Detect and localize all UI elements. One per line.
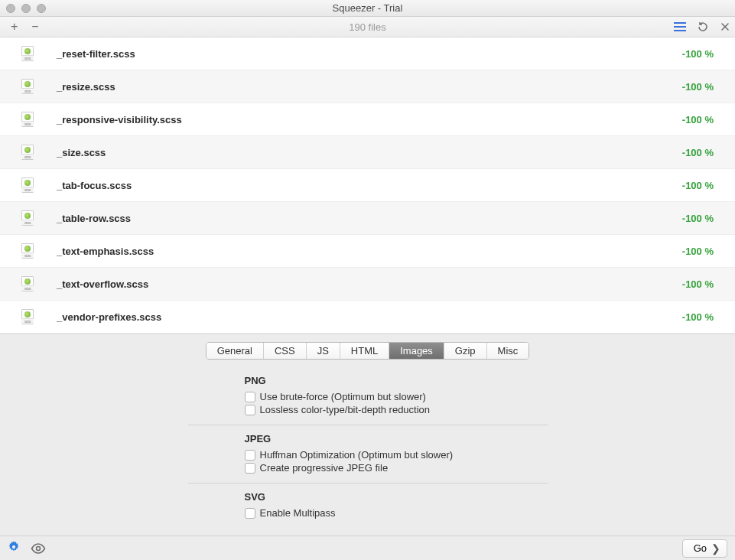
file-name: _tab-focus.scss [57,180,132,191]
file-name: _text-overflow.scss [57,278,148,290]
file-row[interactable]: _vendor-prefixes.scss-100 % [0,301,735,334]
file-name: _responsive-visibility.scss [57,114,182,125]
compression-percent: -100 % [682,246,714,257]
svg-multipass-label: Enable Multipass [260,507,336,519]
close-window-button[interactable] [6,4,15,13]
toolbar: + − 190 files [0,17,735,37]
add-file-button[interactable]: + [11,21,18,33]
file-name: _resize.scss [57,81,115,93]
scss-file-icon [21,46,34,61]
preview-eye-icon[interactable] [31,543,46,554]
compression-percent: -100 % [682,147,714,158]
go-button-label: Go [694,542,707,554]
png-bruteforce-checkbox[interactable] [245,392,255,402]
png-lossless-label: Lossless color-type/bit-depth reduction [260,404,431,415]
png-lossless-option[interactable]: Lossless color-type/bit-depth reduction [188,404,548,415]
tab-js[interactable]: JS [307,343,340,359]
file-name: _vendor-prefixes.scss [57,311,161,323]
file-list: _reset-filter.scss-100 %_resize.scss-100… [0,37,735,334]
chevron-right-icon: ❯ [711,542,720,555]
scss-file-icon [21,276,34,291]
file-name: _text-emphasis.scss [57,246,154,257]
go-button[interactable]: Go ❯ [682,539,727,558]
scss-file-icon [21,243,34,259]
window-titlebar: Squeezer - Trial [0,0,735,17]
scss-file-icon [21,309,34,324]
file-name: _table-row.scss [57,213,131,224]
bottom-bar: Go ❯ [0,536,735,560]
tab-gzip[interactable]: Gzip [444,343,487,359]
window-title: Squeezer - Trial [0,2,735,14]
compression-percent: -100 % [682,278,714,290]
compression-percent: -100 % [682,213,714,224]
png-bruteforce-option[interactable]: Use brute-force (Optimum but slower) [188,391,548,402]
file-row[interactable]: _text-emphasis.scss-100 % [0,235,735,268]
png-section-title: PNG [188,375,548,386]
png-lossless-checkbox[interactable] [245,405,255,415]
jpeg-huffman-option[interactable]: Huffman Optimization (Optimum but slower… [188,449,548,461]
zoom-window-button[interactable] [37,4,46,13]
jpeg-huffman-checkbox[interactable] [245,450,255,461]
settings-gear-icon[interactable] [8,541,20,556]
tab-images[interactable]: Images [389,343,444,359]
file-row[interactable]: _table-row.scss-100 % [0,202,735,235]
scss-file-icon [21,79,34,94]
file-row[interactable]: _resize.scss-100 % [0,70,735,103]
svg-point-1 [12,545,15,548]
scss-file-icon [21,210,34,226]
compression-percent: -100 % [682,48,714,60]
jpeg-section: JPEG Huffman Optimization (Optimum but s… [188,428,548,483]
close-panel-icon[interactable] [720,21,730,32]
compression-percent: -100 % [682,180,714,191]
tab-html[interactable]: HTML [340,343,389,359]
list-view-icon[interactable] [674,22,686,31]
file-count-label: 190 files [0,21,735,33]
jpeg-section-title: JPEG [188,433,548,444]
settings-panel: GeneralCSSJSHTMLImagesGzipMisc PNG Use b… [0,334,735,536]
file-row[interactable]: _reset-filter.scss-100 % [0,37,735,70]
minimize-window-button[interactable] [21,4,31,13]
tab-css[interactable]: CSS [264,343,307,359]
png-bruteforce-label: Use brute-force (Optimum but slower) [260,391,426,402]
jpeg-progressive-checkbox[interactable] [245,463,255,474]
jpeg-progressive-option[interactable]: Create progressive JPEG file [188,462,548,474]
refresh-icon[interactable] [697,21,709,33]
svg-section: SVG Enable Multipass [188,487,548,528]
svg-multipass-checkbox[interactable] [245,508,255,519]
compression-percent: -100 % [682,114,714,125]
traffic-lights [6,4,46,13]
tab-misc[interactable]: Misc [487,343,529,359]
file-row[interactable]: _tab-focus.scss-100 % [0,169,735,202]
jpeg-progressive-label: Create progressive JPEG file [260,462,389,474]
file-row[interactable]: _size.scss-100 % [0,136,735,169]
file-row[interactable]: _text-overflow.scss-100 % [0,268,735,301]
compression-percent: -100 % [682,311,714,323]
file-row[interactable]: _responsive-visibility.scss-100 % [0,103,735,136]
settings-tabs: GeneralCSSJSHTMLImagesGzipMisc [0,342,735,360]
jpeg-huffman-label: Huffman Optimization (Optimum but slower… [260,449,454,461]
png-section: PNG Use brute-force (Optimum but slower)… [188,370,548,425]
scss-file-icon [21,145,34,160]
compression-percent: -100 % [682,81,714,93]
remove-file-button[interactable]: − [31,21,38,33]
svg-multipass-option[interactable]: Enable Multipass [188,507,548,519]
file-name: _reset-filter.scss [57,48,135,60]
scss-file-icon [21,112,34,127]
svg-section-title: SVG [188,491,548,503]
svg-point-2 [37,546,41,550]
scss-file-icon [21,177,34,193]
file-name: _size.scss [57,147,106,158]
tab-general[interactable]: General [207,343,264,359]
